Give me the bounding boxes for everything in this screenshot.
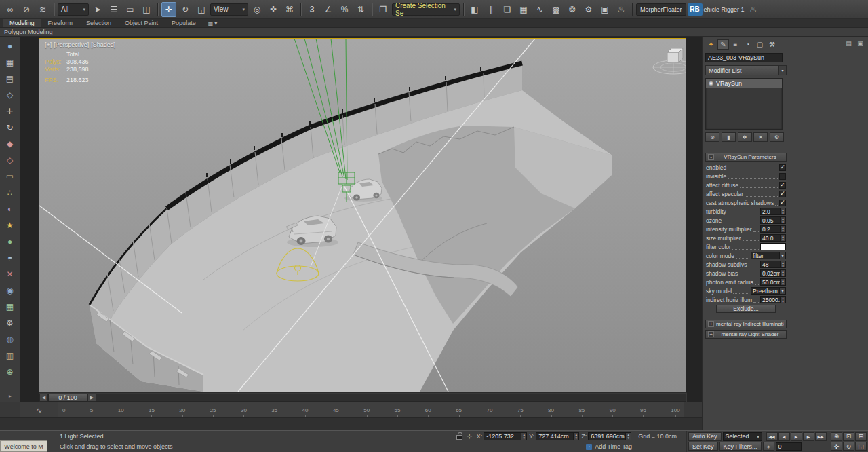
viewport-shading-menu[interactable]: [Shaded] (91, 41, 115, 48)
strip-sphere-green-icon[interactable]: ● (3, 234, 18, 248)
viewport-general-menu[interactable]: [+] (45, 41, 52, 48)
expand-icon[interactable]: + (708, 331, 714, 337)
configure-modifier-sets-button[interactable]: ⚙ (770, 132, 784, 142)
morpher-floater-button[interactable]: MorpherFloater (636, 3, 686, 16)
angle-snap-icon[interactable]: ∠ (321, 2, 336, 17)
spinner-buttons[interactable]: ▴▾ (573, 433, 578, 440)
material-editor-icon[interactable]: ❂ (565, 2, 580, 17)
set-key-button[interactable]: Set Key (688, 442, 718, 451)
align-icon[interactable]: ∥ (484, 2, 498, 17)
strip-border-icon[interactable]: ▭ (3, 169, 18, 183)
select-and-manipulate-icon[interactable]: ✜ (266, 2, 281, 17)
pin-stack-button[interactable]: ⊛ (705, 132, 719, 142)
strip-add-icon[interactable]: ⊕ (3, 364, 18, 379)
select-and-rotate-icon[interactable]: ↻ (178, 2, 193, 17)
play-button[interactable]: ▶ (791, 432, 802, 441)
perspective-viewport[interactable]: [+] [Perspective] [Shaded] Total Polys:3… (39, 38, 686, 392)
value-field[interactable]: 0.02cm ▴▾ ▾ (760, 269, 786, 277)
checkbox[interactable]: ✓ (779, 200, 786, 206)
value-field[interactable]: 50.0cm ▴▾ ▾ (760, 278, 786, 286)
expand-icon[interactable]: + (708, 321, 714, 327)
add-time-tag[interactable]: ◔ Add Time Tag (586, 443, 632, 450)
rectangular-selection-region-icon[interactable]: ▭ (123, 2, 138, 17)
snaps-toggle-icon[interactable]: 3 (304, 2, 319, 17)
select-by-name-icon[interactable]: ☰ (106, 2, 121, 17)
modify-tab[interactable]: ✎ (717, 39, 729, 50)
checkbox[interactable]: ✓ (779, 191, 786, 197)
strip-grid-icon[interactable]: ▦ (3, 299, 18, 314)
strip-geometry-icon[interactable]: ▦ (3, 55, 18, 69)
use-pivot-center-icon[interactable]: ◎ (250, 2, 264, 17)
spinner-buttons[interactable]: ▴▾ (780, 217, 785, 223)
y-coordinate-field[interactable]: 727.414cm ▴▾ (536, 432, 579, 440)
spinner-buttons[interactable]: ▴▾ (780, 208, 785, 214)
strip-slab-icon[interactable]: ▥ (3, 348, 18, 362)
checkbox[interactable] (779, 173, 786, 180)
panel-config-icon[interactable]: ▤ (844, 39, 853, 48)
param-filter-color[interactable]: filter color ▴▾ ▾ (705, 242, 787, 251)
spinner-buttons[interactable]: ▴▾ (780, 270, 785, 276)
previous-frame-slider-button[interactable]: ◀ (39, 394, 48, 402)
ribbon-overflow-button[interactable]: ▦ ▾ (208, 19, 218, 27)
select-object-icon[interactable]: ➤ (90, 2, 105, 17)
hierarchy-tab[interactable]: ≡ (730, 39, 741, 50)
absolute-offset-toggle-icon[interactable]: ⊹ (467, 432, 472, 440)
strip-move-icon[interactable]: ✛ (3, 104, 18, 118)
keyboard-shortcut-override-icon[interactable]: ⌘ (282, 2, 297, 17)
ribbon-tab-populate[interactable]: Populate (165, 19, 203, 27)
welcome-screen-button[interactable]: Welcome to M (0, 440, 47, 452)
panel-pin-icon[interactable]: ▣ (856, 39, 865, 48)
open-mini-curve-editor-button[interactable]: ∿ (20, 402, 58, 417)
select-and-scale-icon[interactable]: ◱ (194, 2, 209, 17)
motion-tab[interactable]: ◔ (742, 39, 753, 50)
strip-gear-icon[interactable]: ⚙ (3, 316, 18, 330)
spinner-snap-icon[interactable]: ⇅ (353, 2, 368, 17)
time-slider-track[interactable] (96, 394, 686, 402)
utilities-tab[interactable]: ⚒ (766, 39, 778, 50)
strip-polygon-icon[interactable]: ◆ (3, 136, 18, 151)
spinner-buttons[interactable]: ▴▾ (521, 433, 526, 440)
percent-snap-icon[interactable]: % (337, 2, 352, 17)
ribbon-tab-freeform[interactable]: Freeform (41, 19, 80, 27)
render-setup-icon[interactable]: ⚙ (581, 2, 596, 17)
go-to-end-button[interactable]: ▶▶ (815, 432, 827, 441)
display-tab[interactable]: ▢ (754, 39, 766, 50)
value-field[interactable]: Exclude... ▴▾ ▾ (716, 305, 776, 313)
curve-editor-icon[interactable]: ∿ (532, 2, 547, 17)
rollout-vraysun-parameters[interactable]: - VRaySun Parameters (705, 153, 787, 162)
x-coordinate-field[interactable]: -1205.732 ▴▾ (484, 432, 527, 440)
ribbon-toggle-icon[interactable]: ▦ (516, 2, 531, 17)
value-field[interactable]: 2.0 ▴▾ ▾ (760, 208, 786, 215)
mirror-icon[interactable]: ◧ (467, 2, 482, 17)
zoom-button[interactable]: ⊕ (831, 432, 842, 441)
collapse-icon[interactable]: - (708, 154, 714, 160)
param-cast-atmospheric-shadows[interactable]: cast atmospheric shadows ✓ ▴▾ ▾ (705, 198, 787, 207)
ribbon-tab-modeling[interactable]: Modeling (3, 19, 41, 27)
create-tab[interactable]: ✦ (705, 39, 717, 50)
value-field[interactable]: 40.0 ▴▾ ▾ (760, 234, 786, 242)
maximize-viewport-button[interactable]: ◱ (855, 442, 867, 451)
strip-target-icon[interactable]: ◉ (3, 283, 18, 297)
strip-edge-icon[interactable]: ◇ (3, 153, 18, 167)
current-frame-field[interactable]: 0 (776, 442, 802, 451)
selection-lock-icon[interactable] (456, 435, 462, 440)
modifier-stack[interactable]: ◉ VRaySun (705, 78, 783, 130)
exclude-button[interactable]: Exclude... ▴▾ ▾ (705, 304, 787, 313)
timeline-ruler[interactable]: 0510152025303540455055606570758085909510… (58, 402, 684, 417)
track-bar-key-area[interactable] (0, 417, 702, 430)
strip-sphere-icon[interactable]: ● (3, 39, 18, 53)
ribbon-tab-object-paint[interactable]: Object Paint (118, 19, 165, 27)
param-affect-specular[interactable]: affect specular ✓ ▴▾ ▾ (705, 189, 787, 198)
value-field[interactable]: 48 ▴▾ ▾ (760, 261, 786, 268)
value-field[interactable]: Preetham et ▴▾ ▾ (751, 287, 786, 295)
value-field[interactable]: 0.05 ▴▾ ▾ (760, 216, 786, 224)
param-size-multiplier[interactable]: size multiplier 40.0 ▴▾ ▾ (705, 233, 787, 242)
ribbon-tab-selection[interactable]: Selection (79, 19, 118, 27)
z-coordinate-field[interactable]: 6391.696cm ▴▾ (588, 432, 631, 440)
strip-orb-icon[interactable]: ◍ (3, 332, 18, 346)
show-end-result-button[interactable]: ▮ (722, 132, 736, 142)
next-frame-button[interactable]: ▶ (803, 432, 814, 441)
select-and-move-icon[interactable]: ✛ (161, 2, 176, 17)
param-sky-model[interactable]: sky model Preetham et ▴▾ ▾ (705, 286, 787, 295)
strip-rotate-icon[interactable]: ↻ (3, 120, 18, 134)
